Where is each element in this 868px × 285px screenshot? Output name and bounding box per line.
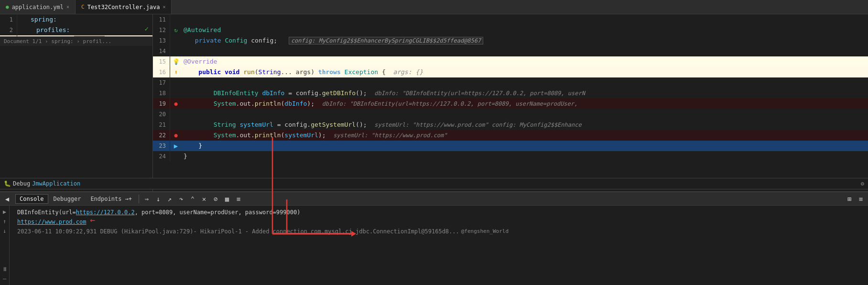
step-out-button[interactable]: ↗: [164, 194, 175, 204]
java-line-19: 19 ● System.out.println(dbInfo); dbInfo:…: [153, 99, 868, 109]
console-line-1: DBInfoEntity(url=https://127.0.0.2, port…: [13, 208, 864, 217]
step-over-button[interactable]: ⇒: [141, 194, 152, 204]
debug-bar: 🐛 Debug JmwApplication ⚙: [0, 178, 868, 189]
tab-java[interactable]: C Test32Controller.java ×: [76, 0, 172, 14]
yml-icon: ●: [6, 4, 9, 10]
java-line-22: 22 ● System.out.println(systemUrl); syst…: [153, 130, 868, 141]
gutter-2: [17, 25, 29, 35]
run-to-cursor-button[interactable]: ↷: [176, 194, 186, 204]
yaml-line-2: 2 profiles:: [0, 25, 152, 35]
gutter-1: [17, 14, 29, 25]
debug-app-name: JmwApplication: [32, 180, 80, 187]
tab-yml-label: application.yml: [12, 4, 64, 11]
tab-yml[interactable]: ● application.yml ×: [0, 0, 76, 14]
arrow-up-icon: ⬆: [174, 67, 177, 77]
yaml-breadcrumb-area: Document 1/1 › spring: › profil...: [0, 36, 152, 46]
debug-toolbar: ◀ Console Debugger Endpoints →+ ⇒ ↓ ↗ ↷ …: [0, 192, 868, 206]
mute-button[interactable]: ⊘: [210, 194, 221, 204]
console-output: DBInfoEntity(url=https://127.0.0.2, port…: [10, 206, 868, 285]
red-dot-icon-22: ●: [174, 130, 177, 141]
red-arrow-console: ←: [90, 217, 96, 223]
arrow-right-icon: ▶: [174, 141, 178, 151]
debug-tab-endpoints[interactable]: Endpoints →+: [86, 194, 136, 204]
more-options-button[interactable]: ≡: [856, 194, 866, 204]
java-line-14: 14: [153, 46, 868, 56]
debug-app-label: Debug: [13, 180, 30, 187]
line-number-2: 2: [0, 25, 17, 35]
checkmark-icon: ✓: [145, 25, 149, 33]
console-container: ▶ ↑ ↓ ⏸ — DBInfoEntity(url=https://127.0…: [0, 206, 868, 285]
restore-layout-button[interactable]: ⊞: [844, 194, 855, 204]
java-line-15: 15 💡 @Override: [153, 56, 868, 67]
link-prod[interactable]: https://www.prod.com: [17, 217, 87, 227]
java-line-11: 11: [153, 14, 868, 25]
debug-nav-buttons: ◀: [2, 194, 12, 204]
step-into-button[interactable]: ↓: [153, 194, 163, 204]
debug-tab-debugger[interactable]: Debugger: [49, 194, 86, 204]
java-icon: C: [81, 4, 85, 10]
java-line-21: 21 String systemUrl = config.getSystemUr…: [153, 120, 868, 130]
debug-gear-icon[interactable]: ⚙: [861, 180, 864, 187]
java-line-16: 16 ⬆ public void run(String... args) thr…: [153, 67, 868, 77]
evaluate-button[interactable]: ⌃: [187, 194, 198, 204]
clear-button[interactable]: ▶: [0, 208, 9, 216]
java-line-18: 18 DBInfoEntity dbInfo = config.getDBInf…: [153, 88, 868, 99]
bulb-icon: 💡: [173, 56, 180, 67]
yaml-code: 1 spring: 2 profiles: 3 🔒: [0, 14, 152, 46]
scroll-up-button[interactable]: ↑: [0, 217, 9, 226]
settings-button[interactable]: ≡: [233, 194, 244, 204]
stop-button[interactable]: ✕: [199, 194, 209, 204]
right-toolbar-buttons: ⊞ ≡: [844, 194, 866, 204]
console-line-3: 2023-06-11 10:09:22,931 DEBUG (HikariPoo…: [13, 227, 864, 236]
tab-yml-close[interactable]: ×: [66, 4, 69, 10]
line-number-1: 1: [0, 14, 17, 25]
console-user-tag: @fengshen_World: [461, 227, 509, 236]
java-line-24: 24 }: [153, 151, 868, 162]
console-debug-log: 2023-06-11 10:09:22,931 DEBUG (HikariPoo…: [17, 227, 459, 236]
java-line-12: 12 ↻ @Autowired: [153, 25, 868, 35]
debug-label: 🐛: [4, 180, 11, 187]
line-content-2: profiles:: [29, 25, 152, 35]
line-content-1: spring:: [29, 14, 152, 25]
yaml-line-1: 1 spring:: [0, 14, 152, 25]
table-view-button[interactable]: ▦: [222, 194, 232, 204]
debug-tab-console[interactable]: Console: [15, 194, 48, 204]
scroll-down-button[interactable]: ↓: [0, 227, 9, 235]
tab-bar: ● application.yml × C Test32Controller.j…: [0, 0, 868, 14]
java-line-23: 23 ▶ }: [153, 141, 868, 151]
stop-side-button[interactable]: —: [0, 274, 9, 283]
link-127[interactable]: https://127.0.0.2: [76, 209, 135, 216]
debug-back-button[interactable]: ◀: [2, 194, 12, 204]
tab-java-label: Test32Controller.java: [87, 4, 160, 11]
toolbar-separator-1: [139, 195, 139, 203]
console-text-1: DBInfoEntity(url=https://127.0.0.2, port…: [17, 208, 300, 217]
tab-java-close[interactable]: ×: [163, 4, 165, 10]
yaml-breadcrumb: Document 1/1 › spring: › profil...: [0, 36, 152, 46]
java-line-20: 20: [153, 109, 868, 120]
red-dot-icon-19: ●: [174, 99, 177, 109]
console-side-buttons: ▶ ↑ ↓ ⏸ —: [0, 206, 10, 285]
java-line-13: 13 private Config config; config: MyConf…: [153, 35, 868, 46]
pause-button[interactable]: ⏸: [0, 265, 9, 274]
java-line-17: 17: [153, 77, 868, 88]
console-line-2: https://www.prod.com ←: [13, 217, 864, 227]
debug-panel: ◀ Console Debugger Endpoints →+ ⇒ ↓ ↗ ↷ …: [0, 191, 868, 285]
refresh-gutter-icon: ↻: [174, 25, 177, 35]
